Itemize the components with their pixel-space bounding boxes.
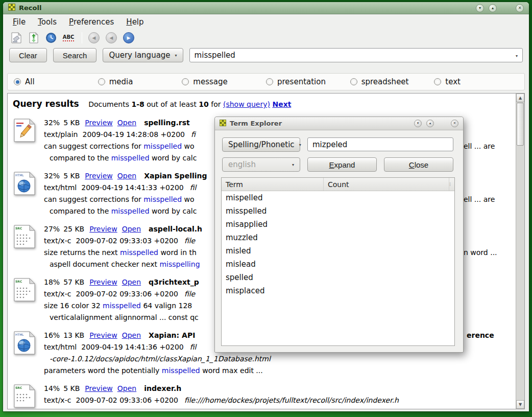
filter-radio-all[interactable]: All	[14, 77, 98, 86]
source-code-icon: SRC	[13, 278, 36, 302]
results-header: Query results Documents 1-8 out of at le…	[13, 99, 516, 109]
close-window-icon[interactable]: ✕	[516, 4, 524, 12]
chevron-down-icon: ▾	[292, 163, 294, 167]
desktop-background: Recoll ▾ ▴ ✕ File Tools Preferences Help	[0, 0, 532, 417]
result-title: indexer.h	[144, 384, 181, 392]
preview-link[interactable]: Preview	[89, 225, 117, 233]
open-link[interactable]: Open	[122, 225, 141, 233]
dialog-titlebar[interactable]: Term Explorer ▾ ▴ ✕	[215, 117, 463, 130]
result-meta-line: text/x-c2009-07-02 09:33:06 +0200file://…	[44, 395, 516, 406]
back-icon[interactable]: ◀	[88, 32, 100, 43]
scrollbar-thumb[interactable]	[517, 103, 524, 146]
recoll-app-icon	[8, 3, 15, 13]
results-scrollbar[interactable]: ▲ ▼	[516, 94, 524, 409]
term-table: Term Count ⁞ mispelled misspelled misapp…	[221, 177, 455, 346]
svg-text:HTML: HTML	[15, 333, 24, 336]
term-row[interactable]: muzzled	[222, 231, 454, 244]
shade-window-icon[interactable]: ▾	[414, 120, 422, 127]
update-index-icon[interactable]	[27, 31, 41, 45]
preview-link[interactable]: Preview	[85, 172, 113, 180]
close-window-icon[interactable]: ✕	[451, 120, 458, 127]
filter-radio-presentation[interactable]: presentation	[266, 77, 350, 86]
search-button[interactable]: Search	[53, 48, 97, 62]
open-link[interactable]: Open	[117, 384, 136, 392]
result-title: q3richtext_p	[149, 278, 199, 286]
filter-radio-media[interactable]: media	[98, 77, 182, 86]
search-input-combo[interactable]: ▾	[189, 48, 523, 62]
shade-window-icon[interactable]: ▾	[476, 4, 484, 12]
next-page-link[interactable]: Next	[272, 100, 291, 108]
menu-file[interactable]: File	[8, 16, 30, 28]
menu-preferences[interactable]: Preferences	[64, 16, 118, 28]
preview-link[interactable]: Preview	[89, 331, 117, 339]
term-table-header[interactable]: Term Count ⁞	[222, 178, 454, 191]
text-document-icon	[13, 119, 36, 142]
menu-tools[interactable]: Tools	[33, 16, 61, 28]
result-url-line: -core-1.0.12/docs/apidoc/html/classXapia…	[50, 353, 516, 365]
scroll-down-icon[interactable]: ▼	[516, 400, 524, 409]
previous-result-icon[interactable]: ◀	[106, 32, 117, 43]
preview-link[interactable]: Preview	[85, 384, 113, 392]
expand-mode-select[interactable]: Spelling/Phonetic ▾	[222, 137, 300, 152]
term-row[interactable]: misplaced	[222, 284, 454, 297]
preview-link[interactable]: Preview	[85, 119, 113, 127]
term-input-box[interactable]	[307, 137, 453, 151]
result-url: file	[184, 290, 195, 298]
open-link[interactable]: Open	[117, 119, 136, 127]
menu-help[interactable]: Help	[122, 16, 148, 28]
query-mode-select[interactable]: Query language ▾	[103, 48, 183, 62]
search-input[interactable]	[195, 51, 509, 60]
column-header-term[interactable]: Term	[222, 178, 324, 191]
term-row[interactable]: misspelled	[222, 204, 454, 218]
scrollbar-track[interactable]	[516, 146, 524, 400]
unshade-window-icon[interactable]: ▴	[489, 4, 497, 12]
result-title: Xapian: API	[149, 331, 195, 339]
spellcheck-icon[interactable]: ABC	[61, 31, 76, 45]
clear-search-icon[interactable]	[9, 31, 23, 45]
radio-icon	[434, 78, 441, 85]
chevron-down-icon[interactable]: ▾	[516, 54, 518, 58]
html-document-icon: HTML	[13, 172, 36, 195]
result-title-tail: erence	[467, 330, 494, 341]
term-explorer-dialog: Term Explorer ▾ ▴ ✕ Spelling/Phonetic ▾ …	[214, 117, 464, 353]
result-url: file:///home/dockes/projets/fulltext/rec…	[184, 396, 399, 404]
open-link[interactable]: Open	[117, 172, 136, 180]
unshade-window-icon[interactable]: ▴	[426, 120, 434, 127]
column-header-count[interactable]: Count	[324, 178, 449, 191]
term-input[interactable]	[312, 140, 448, 149]
chevron-down-icon: ▾	[175, 53, 177, 58]
open-link[interactable]: Open	[122, 331, 141, 339]
forward-icon[interactable]: ▶	[123, 32, 134, 43]
tool-bar: ABC ◀ ◀ ▶	[3, 29, 529, 47]
expand-button[interactable]: Expand	[307, 157, 377, 172]
term-row[interactable]: spelled	[222, 271, 454, 284]
menu-bar: File Tools Preferences Help	[3, 14, 529, 29]
scroll-up-icon[interactable]: ▲	[516, 94, 524, 102]
term-row[interactable]: mispelled	[222, 191, 454, 204]
result-title: aspell-local.h	[149, 225, 202, 233]
filter-radio-message[interactable]: message	[182, 77, 266, 86]
close-button[interactable]: Close	[384, 157, 453, 172]
snippet-tail: ell ... are	[464, 141, 495, 152]
show-query-link[interactable]: (show query)	[223, 100, 270, 108]
term-row[interactable]: misapplied	[222, 218, 454, 231]
window-titlebar[interactable]: Recoll ▾ ▴ ✕	[3, 2, 529, 14]
filter-radio-spreadsheet[interactable]: spreadsheet	[350, 77, 434, 86]
toolbar-separator	[82, 32, 82, 43]
search-bar: Clear Search Query language ▾ ▾	[3, 47, 529, 66]
result-url: fi	[191, 130, 196, 138]
history-icon[interactable]	[44, 31, 58, 45]
language-select: english ▾	[222, 157, 300, 172]
highlighted-term: misspelled	[103, 302, 141, 310]
result-url: file	[184, 237, 195, 245]
term-row[interactable]: mislead	[222, 258, 454, 271]
highlighted-term: misspelled	[111, 207, 150, 215]
dialog-title: Term Explorer	[230, 120, 282, 127]
result-url: fil	[190, 343, 197, 351]
open-link[interactable]: Open	[122, 278, 141, 286]
term-row[interactable]: misled	[222, 244, 454, 258]
clear-button[interactable]: Clear	[9, 48, 47, 62]
preview-link[interactable]: Preview	[89, 278, 117, 286]
filter-radio-text[interactable]: text	[434, 77, 518, 86]
query-mode-label: Query language	[109, 51, 170, 60]
